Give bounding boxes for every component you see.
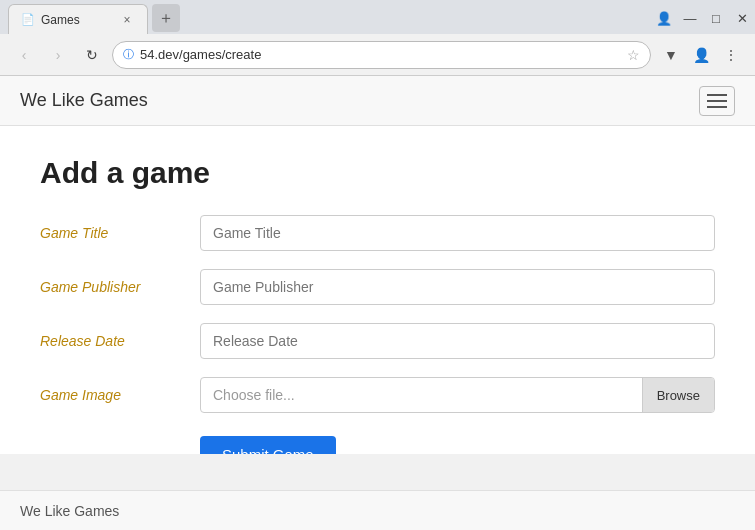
game-title-group: Game Title	[40, 215, 715, 251]
footer-text: We Like Games	[20, 503, 119, 519]
tab-page-icon: 📄	[21, 13, 35, 26]
address-bar: ‹ › ↻ ⓘ 54.dev/games/create ☆ ▼ 👤 ⋮	[0, 34, 755, 76]
page-footer: We Like Games	[0, 490, 755, 530]
file-input-wrap: Choose file... Browse	[200, 377, 715, 413]
browse-button[interactable]: Browse	[642, 378, 714, 412]
address-input[interactable]: ⓘ 54.dev/games/create ☆	[112, 41, 651, 69]
maximize-button[interactable]: □	[703, 5, 729, 31]
hamburger-line-1	[707, 94, 727, 96]
window-controls: 👤 — □ ✕	[651, 0, 755, 36]
game-title-label: Game Title	[40, 225, 200, 241]
main-content: Add a game Game Title Game Publisher Rel…	[0, 126, 755, 454]
extension-icon[interactable]: ▼	[657, 41, 685, 69]
release-date-input[interactable]	[200, 323, 715, 359]
account-icon[interactable]: 👤	[687, 41, 715, 69]
game-title-input[interactable]	[200, 215, 715, 251]
browser-action-icons: ▼ 👤 ⋮	[657, 41, 745, 69]
hamburger-line-3	[707, 106, 727, 108]
forward-button[interactable]: ›	[44, 41, 72, 69]
game-image-label: Game Image	[40, 387, 200, 403]
more-menu-button[interactable]: ⋮	[717, 41, 745, 69]
game-publisher-input[interactable]	[200, 269, 715, 305]
account-button[interactable]: 👤	[651, 5, 677, 31]
tab-bar: 📄 Games × ＋	[0, 0, 755, 34]
navbar-toggle-button[interactable]	[699, 86, 735, 116]
navbar: We Like Games	[0, 76, 755, 126]
minimize-button[interactable]: —	[677, 5, 703, 31]
back-button[interactable]: ‹	[10, 41, 38, 69]
page-heading: Add a game	[40, 156, 715, 190]
page-content: We Like Games Add a game Game Title Game…	[0, 76, 755, 454]
game-publisher-group: Game Publisher	[40, 269, 715, 305]
refresh-button[interactable]: ↻	[78, 41, 106, 69]
release-date-group: Release Date	[40, 323, 715, 359]
lock-icon: ⓘ	[123, 47, 134, 62]
hamburger-line-2	[707, 100, 727, 102]
add-game-form: Game Title Game Publisher Release Date G…	[40, 215, 715, 454]
release-date-label: Release Date	[40, 333, 200, 349]
game-image-group: Game Image Choose file... Browse	[40, 377, 715, 413]
bookmark-icon[interactable]: ☆	[627, 47, 640, 63]
close-button[interactable]: ✕	[729, 5, 755, 31]
game-publisher-label: Game Publisher	[40, 279, 200, 295]
active-tab[interactable]: 📄 Games ×	[8, 4, 148, 34]
tab-close-button[interactable]: ×	[119, 12, 135, 28]
new-tab-button[interactable]: ＋	[152, 4, 180, 32]
navbar-brand: We Like Games	[20, 90, 148, 111]
address-text: 54.dev/games/create	[140, 47, 621, 62]
submit-button[interactable]: Submit Game	[200, 436, 336, 454]
tab-title: Games	[41, 13, 80, 27]
file-input-placeholder: Choose file...	[201, 387, 642, 403]
